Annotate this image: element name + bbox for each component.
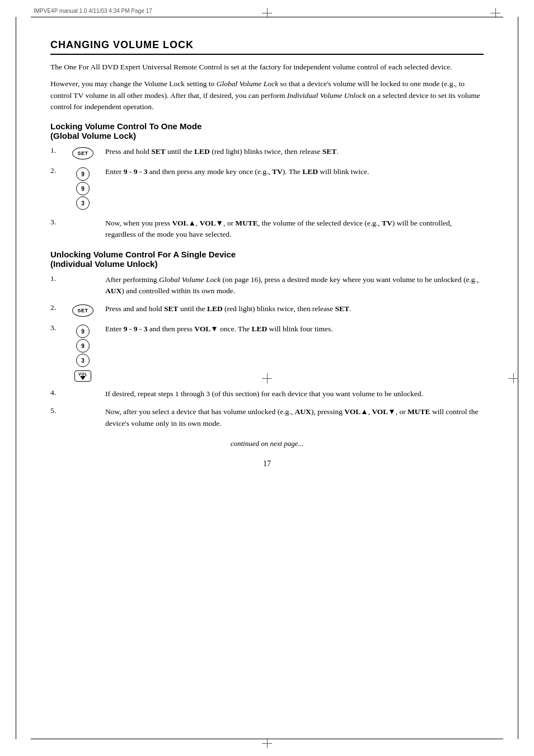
step-text-2-3: Enter 9 - 9 - 3 and then press VOL▼ once… <box>105 323 484 335</box>
btn-9-1: 9 <box>76 167 90 181</box>
subsection1-title: Locking Volume Control To One Mode(Globa… <box>50 121 484 140</box>
intro-paragraph-2: However, you may change the Volume Lock … <box>50 78 484 112</box>
btn-3-1: 3 <box>76 196 90 210</box>
step-number-1-3: 3. <box>50 218 66 227</box>
step-number-2-5: 5. <box>50 406 66 415</box>
vol-label: VOL <box>78 372 87 376</box>
italic-individual-volume-unlock: Individual Volume Unlock <box>287 91 366 100</box>
step-2-1: 1. After performing Global Volume Lock (… <box>50 274 484 297</box>
step-number-1-2: 2. <box>50 166 66 175</box>
set-button-1: SET <box>72 147 93 159</box>
step-number-2-4: 4. <box>50 388 66 397</box>
subsection2-title: Unlocking Volume Control For A Single De… <box>50 250 484 269</box>
step-text-1-2: Enter 9 - 9 - 3 and then press any mode … <box>105 166 484 177</box>
intro-paragraph-1: The One For All DVD Expert Universal Rem… <box>50 62 484 73</box>
step-2-2: 2. SET Press and and hold SET until the … <box>50 303 484 317</box>
btn-9-2: 9 <box>76 182 90 195</box>
num-buttons-993-1: 9 9 3 <box>66 166 100 211</box>
vol-down-arrow <box>80 376 86 380</box>
step-text-1-1: Press and hold SET until the LED (red li… <box>105 146 484 157</box>
step-text-2-4: If desired, repeat steps 1 through 3 (of… <box>105 388 484 400</box>
step-1-2: 2. 9 9 3 Enter 9 - 9 - 3 and then press … <box>50 166 484 211</box>
subsection1-steps: 1. SET Press and hold SET until the LED … <box>50 146 484 241</box>
step-1-3: 3. Now, when you press VOL▲, VOL▼, or MU… <box>50 218 484 241</box>
set-button-2: SET <box>72 304 93 317</box>
step-number-2-1: 1. <box>50 274 66 283</box>
num-buttons-993-2: 9 9 3 VOL <box>66 323 100 382</box>
set-button-icon-2: SET <box>66 303 100 317</box>
step-number-2-3: 3. <box>50 323 66 332</box>
step-2-4: 4. If desired, repeat steps 1 through 3 … <box>50 388 484 400</box>
continued-text: continued on next page... <box>50 439 484 448</box>
section-title: CHANGING VOLUME LOCK <box>50 39 484 55</box>
step-1-1: 1. SET Press and hold SET until the LED … <box>50 146 484 159</box>
btn-3-2: 3 <box>76 354 90 367</box>
step-number-2-2: 2. <box>50 303 66 312</box>
step-text-2-1: After performing Global Volume Lock (on … <box>105 274 484 297</box>
step-2-3: 3. 9 9 3 VOL Enter 9 - 9 - 3 and then pr… <box>50 323 484 382</box>
step-text-2-2: Press and and hold SET until the LED (re… <box>105 303 484 314</box>
italic-global-volume-lock: Global Volume Lock <box>217 79 278 88</box>
page-number: 17 <box>50 459 484 468</box>
page-content: CHANGING VOLUME LOCK The One For All DVD… <box>50 34 484 468</box>
btn-9-3: 9 <box>76 325 90 338</box>
step-text-2-5: Now, after you select a device that has … <box>105 406 484 429</box>
step-2-5: 5. Now, after you select a device that h… <box>50 406 484 429</box>
btn-9-4: 9 <box>76 339 90 353</box>
step-number-1-1: 1. <box>50 146 66 155</box>
set-button-icon-1: SET <box>66 146 100 159</box>
step-text-1-3: Now, when you press VOL▲, VOL▼, or MUTE,… <box>105 218 484 241</box>
subsection2-steps: 1. After performing Global Volume Lock (… <box>50 274 484 429</box>
vol-down-button: VOL <box>74 370 91 382</box>
